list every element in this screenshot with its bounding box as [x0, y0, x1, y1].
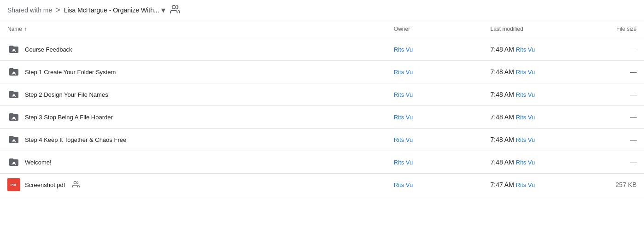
modified-owner-link[interactable]: Rits Vu [516, 91, 535, 98]
modified-cell: 7:48 AM Rits Vu [483, 151, 580, 174]
modified-owner-link[interactable]: Rits Vu [516, 136, 535, 143]
file-name-cell-2[interactable]: Step 1 Create Your Folder System [0, 61, 386, 83]
breadcrumb-dropdown-icon[interactable]: ▾ [161, 6, 165, 14]
col-header-size[interactable]: File size [580, 20, 644, 38]
folder-shared-icon [7, 156, 20, 169]
owner-cell[interactable]: Rits Vu [386, 174, 483, 196]
owner-cell[interactable]: Rits Vu [386, 129, 483, 151]
svg-point-0 [172, 6, 175, 9]
size-cell: 257 KB [580, 174, 644, 196]
owner-link[interactable]: Rits Vu [394, 136, 413, 143]
modified-owner-link[interactable]: Rits Vu [516, 46, 535, 53]
modified-owner-link[interactable]: Rits Vu [516, 69, 535, 76]
file-name-text: Step 4 Keep It Together & Chaos Free [25, 136, 126, 143]
breadcrumb-current-folder: Lisa McHargue - Organize With... ▾ [64, 6, 165, 14]
folder-shared-icon [7, 43, 20, 56]
size-cell: — [580, 38, 644, 61]
folder-shared-icon [7, 133, 20, 146]
table-header-row: Name ↑ Owner Last modified File size [0, 20, 644, 38]
svg-point-7 [74, 182, 76, 184]
owner-cell[interactable]: Rits Vu [386, 106, 483, 129]
table-row[interactable]: Step 1 Create Your Folder SystemRits Vu7… [0, 61, 644, 83]
modified-cell: 7:48 AM Rits Vu [483, 83, 580, 106]
owner-cell[interactable]: Rits Vu [386, 61, 483, 83]
col-header-owner[interactable]: Owner [386, 20, 483, 38]
table-row[interactable]: Step 4 Keep It Together & Chaos FreeRits… [0, 129, 644, 151]
table-row[interactable]: Step 3 Stop Being A File HoarderRits Vu7… [0, 106, 644, 129]
table-row[interactable]: PDFScreenshot.pdfRits Vu7:47 AM Rits Vu2… [0, 174, 644, 196]
file-name-cell-7[interactable]: PDFScreenshot.pdf [0, 174, 386, 196]
shared-icon [72, 181, 80, 189]
modified-cell: 7:47 AM Rits Vu [483, 174, 580, 196]
owner-link[interactable]: Rits Vu [394, 91, 413, 98]
modified-owner-link[interactable]: Rits Vu [516, 159, 535, 166]
modified-cell: 7:48 AM Rits Vu [483, 129, 580, 151]
col-header-modified[interactable]: Last modified [483, 20, 580, 38]
size-cell: — [580, 151, 644, 174]
file-name-cell-6[interactable]: Welcome! [0, 151, 386, 174]
breadcrumb-separator: > [56, 6, 60, 14]
breadcrumb-people-icon[interactable] [170, 4, 180, 16]
modified-cell: 7:48 AM Rits Vu [483, 61, 580, 83]
owner-link[interactable]: Rits Vu [394, 182, 413, 188]
modified-cell: 7:48 AM Rits Vu [483, 106, 580, 129]
size-cell: — [580, 83, 644, 106]
table-row[interactable]: Welcome!Rits Vu7:48 AM Rits Vu— [0, 151, 644, 174]
pdf-icon: PDF [7, 178, 20, 191]
folder-shared-icon [7, 88, 20, 101]
file-name-cell-1[interactable]: Course Feedback [0, 38, 386, 61]
table-row[interactable]: Course FeedbackRits Vu7:48 AM Rits Vu— [0, 38, 644, 61]
file-name-cell-5[interactable]: Step 4 Keep It Together & Chaos Free [0, 129, 386, 151]
folder-shared-icon [7, 111, 20, 123]
file-name-text: Course Feedback [25, 46, 72, 53]
file-name-text: Welcome! [25, 159, 52, 166]
size-cell: — [580, 61, 644, 83]
file-name-cell-4[interactable]: Step 3 Stop Being A File Hoarder [0, 106, 386, 129]
modified-owner-link[interactable]: Rits Vu [516, 182, 535, 188]
file-name-text: Step 3 Stop Being A File Hoarder [25, 114, 113, 121]
file-name-text: Step 1 Create Your Folder System [25, 69, 116, 76]
owner-link[interactable]: Rits Vu [394, 69, 413, 76]
size-cell: — [580, 106, 644, 129]
size-cell: — [580, 129, 644, 151]
table-row[interactable]: Step 2 Design Your File NamesRits Vu7:48… [0, 83, 644, 106]
modified-owner-link[interactable]: Rits Vu [516, 114, 535, 121]
owner-link[interactable]: Rits Vu [394, 46, 413, 53]
modified-cell: 7:48 AM Rits Vu [483, 38, 580, 61]
owner-cell[interactable]: Rits Vu [386, 38, 483, 61]
file-name-cell-3[interactable]: Step 2 Design Your File Names [0, 83, 386, 106]
owner-link[interactable]: Rits Vu [394, 159, 413, 166]
owner-cell[interactable]: Rits Vu [386, 83, 483, 106]
folder-shared-icon [7, 65, 20, 78]
file-table: Name ↑ Owner Last modified File size Cou… [0, 20, 644, 196]
file-name-text: Screenshot.pdf [25, 182, 65, 188]
owner-link[interactable]: Rits Vu [394, 114, 413, 121]
col-header-name[interactable]: Name ↑ [0, 20, 386, 38]
breadcrumb-bar: Shared with me > Lisa McHargue - Organiz… [0, 0, 644, 20]
file-name-text: Step 2 Design Your File Names [25, 91, 108, 98]
sort-icon: ↑ [24, 26, 27, 32]
breadcrumb-folder-name: Lisa McHargue - Organize With... [64, 6, 159, 14]
owner-cell[interactable]: Rits Vu [386, 151, 483, 174]
breadcrumb-shared-link[interactable]: Shared with me [7, 6, 52, 14]
